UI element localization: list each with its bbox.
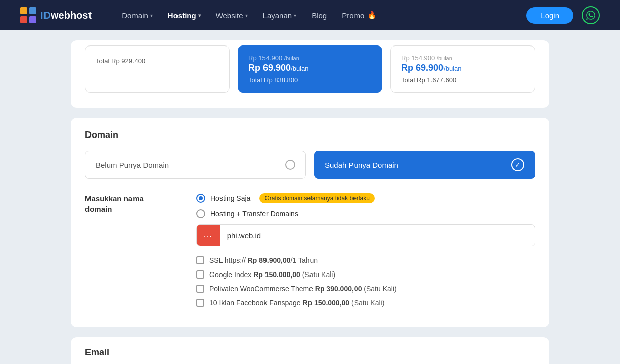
navbar: IDwebhost Domain ▾ Hosting ▾ Website ▾ L… [0,0,620,30]
whatsapp-button[interactable] [582,6,600,24]
nav-promo[interactable]: Promo 🔥 [342,11,377,20]
addon-facebook: 10 Iklan Facebook Fanspage Rp 150.000,00… [196,299,535,307]
checkbox-ssl[interactable] [196,256,204,264]
radio-hosting-saja[interactable] [196,194,205,203]
nav-domain[interactable]: Domain ▾ [122,11,153,20]
card1-total: Total Rp 929.400 [96,57,219,65]
addon-polivalen: Polivalen WooCommerse Theme Rp 390.000,0… [196,285,535,293]
card2-original-price: Rp 154.900 /bulan [248,54,372,62]
brand-id: ID [40,10,51,21]
addon-polivalen-price: Rp 390.000,00 [315,285,362,293]
card2-current-price: Rp 69.900/bulan [248,63,372,73]
svg-rect-3 [29,16,36,23]
domain-toggle-row: Belum Punya Domain Sudah Punya Domain ✓ [85,151,535,179]
toggle-no-domain[interactable]: Belum Punya Domain [85,151,306,179]
addon-google-index: Google Index Rp 150.000,00 (Satu Kali) [196,270,535,279]
pricing-cards-row: Total Rp 929.400 Rp 154.900 /bulan Rp 69… [71,40,549,98]
card2-total: Total Rp 838.800 [248,76,372,84]
brand-logo[interactable]: IDwebhost [20,7,92,23]
pricing-card-1[interactable]: Total Rp 929.400 [85,46,230,93]
pricing-card-3[interactable]: Rp 154.900 /bulan Rp 69.900/bulan Total … [390,46,535,93]
addon-ssl-label: SSL https:// Rp 89.900,00/1 Tahun [209,256,318,264]
addon-google-index-freq: (Satu Kali) [302,270,335,279]
checkbox-google-index[interactable] [196,270,204,279]
domain-options-col: Hosting Saja Gratis domain selamanya tid… [196,193,535,315]
toggle-no-domain-label: Belum Punya Domain [96,161,169,169]
addon-facebook-freq: (Satu Kali) [351,299,384,307]
chevron-down-icon: ▾ [150,13,153,18]
addon-ssl: SSL https:// Rp 89.900,00/1 Tahun [196,256,535,264]
addon-facebook-label: 10 Iklan Facebook Fanspage Rp 150.000,00… [209,299,384,307]
checkbox-facebook[interactable] [196,299,204,307]
card3-original-price: Rp 154.900 /bulan [401,54,524,62]
domain-form-row: Masukkan nama domain Hosting Saja Gratis… [85,193,535,315]
bottom-section: Email [71,337,549,364]
addon-ssl-price: Rp 89.900,00 [248,256,291,264]
nav-hosting[interactable]: Hosting ▾ [168,11,201,20]
nav-website[interactable]: Website ▾ [216,11,248,20]
nav-blog[interactable]: Blog [312,11,327,20]
whatsapp-icon [586,11,595,20]
nav-menu: Domain ▾ Hosting ▾ Website ▾ Layanan ▾ B… [122,11,526,20]
three-dots-icon: ··· [204,232,213,240]
checkmark-have-domain-icon: ✓ [511,158,524,171]
brand-webhost: webhost [51,10,92,21]
checkbox-polivalen[interactable] [196,285,204,293]
card3-total: Total Rp 1.677.600 [401,76,524,84]
addon-google-index-price: Rp 150.000,00 [253,270,300,279]
option-hosting-saja-label: Hosting Saja [210,194,250,202]
addon-ssl-freq: /1 Tahun [291,256,318,264]
svg-rect-1 [29,7,36,14]
addon-polivalen-label: Polivalen WooCommerse Theme Rp 390.000,0… [209,285,397,293]
addon-facebook-price: Rp 150.000,00 [302,299,349,307]
radio-hosting-transfer[interactable] [196,209,205,218]
brand-icon [20,7,36,23]
chevron-down-icon-hosting: ▾ [198,13,201,18]
radio-no-domain-icon [285,160,295,170]
navbar-actions: Login [526,6,600,24]
chevron-down-icon-layanan: ▾ [294,13,296,18]
addon-list: SSL https:// Rp 89.900,00/1 Tahun Google… [196,254,535,315]
domain-input-icon: ··· [197,225,220,246]
domain-form-label: Masukkan nama domain [85,193,176,214]
addon-google-index-label: Google Index Rp 150.000,00 (Satu Kali) [209,270,335,279]
addon-polivalen-freq: (Satu Kali) [364,285,396,293]
svg-rect-2 [20,16,27,23]
domain-section: Domain Belum Punya Domain Sudah Punya Do… [71,118,549,327]
option-hosting-transfer-label: Hosting + Transfer Domains [210,210,298,218]
domain-section-title: Domain [85,130,535,141]
promo-icon: 🔥 [367,11,377,20]
option-hosting-saja-row: Hosting Saja Gratis domain selamanya tid… [196,193,535,203]
bottom-section-title: Email [85,347,535,358]
domain-label-col: Masukkan nama domain [85,193,176,214]
option-hosting-transfer-row: Hosting + Transfer Domains [196,209,535,218]
domain-input-wrapper: ··· [196,224,535,246]
pricing-card-2[interactable]: Rp 154.900 /bulan Rp 69.900/bulan Total … [238,46,382,93]
hosting-saja-badge: Gratis domain selamanya tidak berlaku [259,193,374,203]
pricing-top-section: Total Rp 929.400 Rp 154.900 /bulan Rp 69… [71,40,549,108]
domain-input[interactable] [220,225,535,246]
svg-rect-0 [20,7,27,14]
card3-current-price: Rp 69.900/bulan [401,63,524,73]
page-content: Total Rp 929.400 Rp 154.900 /bulan Rp 69… [0,30,620,364]
brand-name: IDwebhost [40,10,92,21]
nav-layanan[interactable]: Layanan ▾ [263,11,297,20]
login-button[interactable]: Login [526,7,573,24]
toggle-have-domain-label: Sudah Punya Domain [325,161,398,169]
chevron-down-icon-website: ▾ [245,13,248,18]
toggle-have-domain[interactable]: Sudah Punya Domain ✓ [314,151,535,179]
